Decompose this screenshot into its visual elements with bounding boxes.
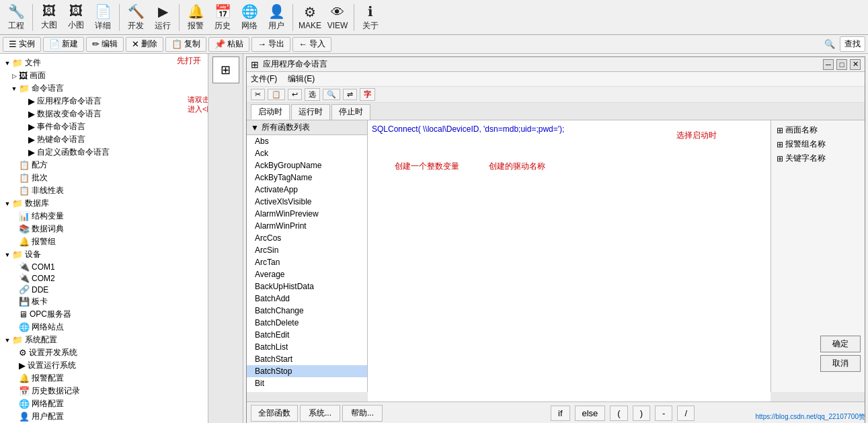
func-item-arccos[interactable]: ArcCos [247,232,367,244]
ed-btn-search[interactable]: 🔍 [323,89,340,100]
func-item-bit[interactable]: Bit [247,377,367,389]
func-item-batchstop[interactable]: BatchStop [247,365,367,377]
btn-all-funcs[interactable]: 全部函数 [251,405,298,422]
tree-item-app-cmd[interactable]: ▶ 应用程序命令语言 [0,95,208,108]
tree-item-device[interactable]: ▼ 📁 设备 [0,248,208,261]
toolbar-bigview[interactable]: 🖼 大图 [36,2,63,32]
props-item-screenname[interactable]: ⊞ 画面名称 [774,123,862,137]
toolbar-run[interactable]: ▶ 运行 [149,2,176,33]
toolbar-engineering[interactable]: 🔧 工程 [3,2,30,33]
tree-item-hist-data[interactable]: 📅 历史数据记录 [0,385,208,397]
tree-item-files[interactable]: ▼ 📁 文件 [0,56,208,69]
confirm-button[interactable]: 确定 [820,336,861,352]
expand-files[interactable]: ▼ [3,59,12,68]
menu-edit[interactable]: 编辑(E) [288,73,315,85]
tree-item-set-run[interactable]: ▶ 设置运行系统 [0,359,208,372]
tree-item-set-dev[interactable]: ⚙ 设置开发系统 [0,346,208,359]
btn-minus[interactable]: - [655,406,672,421]
btn-else[interactable]: else [575,406,606,421]
btn-help[interactable]: 帮助... [342,405,383,422]
tree-item-net-conf[interactable]: 🌐 网络配置 [0,397,208,410]
expand-sysconfig[interactable]: ▼ [3,336,12,345]
func-item-batchdelete[interactable]: BatchDelete [247,317,367,329]
tree-item-screen[interactable]: ▷ 🖼 画面 [0,69,208,82]
func-item-batchstart[interactable]: BatchStart [247,353,367,365]
toolbar-detail[interactable]: 📄 详细 [89,2,116,33]
tab-runtime[interactable]: 运行时 [291,104,330,120]
toolbar-history[interactable]: 📅 历史 [209,2,236,33]
btn-open-paren[interactable]: ( [610,406,627,421]
func-item-arctan[interactable]: ArcTan [247,256,367,268]
ed-btn-font[interactable]: 字 [360,88,375,101]
toolbar-about[interactable]: ℹ 关于 [357,2,384,33]
toolbar-user[interactable]: 👤 用户 [263,2,290,33]
tree-item-user-conf[interactable]: 👤 用户配置 [0,410,208,423]
tree-item-nonlinear[interactable]: 📋 非线性表 [0,184,208,197]
tree-item-event-cmd[interactable]: ▶ 事件命令语言 [0,120,208,133]
cancel-button[interactable]: 取消 [820,355,861,372]
func-item-activexlsvisible[interactable]: ActiveXlsVisible [247,196,367,208]
ed-btn-replace[interactable]: ⇌ [343,89,357,100]
func-item-abs[interactable]: Abs [247,135,367,147]
tree-item-sysconfig[interactable]: ▼ 📁 系统配置 [0,334,208,346]
btn-export[interactable]: → 导出 [251,37,290,52]
btn-copy[interactable]: 📋 复制 [165,37,206,52]
func-item-backuphistdata[interactable]: BackUpHistData [247,280,367,293]
btn-system[interactable]: 系统... [300,405,340,422]
func-item-ackbytagname[interactable]: AckByTagName [247,171,367,184]
toolbar-network[interactable]: 🌐 网络 [236,2,263,33]
func-item-batchchange[interactable]: BatchChange [247,305,367,317]
func-item-batchedit[interactable]: BatchEdit [247,329,367,341]
search-button[interactable]: 查找 [840,36,865,52]
props-item-alarmgroup[interactable]: ⊞ 报警组名称 [774,137,862,151]
func-list-scrollbar[interactable] [247,392,368,401]
ed-btn-cut[interactable]: ✂ [251,89,265,100]
ed-btn-copy[interactable]: 📋 [268,89,285,100]
toolbar-make[interactable]: ⚙ MAKE [296,3,324,32]
tree-item-struct-var[interactable]: 📊 结构变量 [0,210,208,223]
menu-file[interactable]: 文件(F) [251,73,277,85]
func-item-activateapp[interactable]: ActivateApp [247,184,367,196]
tree-item-netsite[interactable]: 🌐 网络站点 [0,321,208,334]
func-item-arcsin[interactable]: ArcSin [247,244,367,256]
tree-item-database[interactable]: ▼ 📁 数据库 [0,197,208,210]
win-maximize-btn[interactable]: □ [836,59,847,70]
win-minimize-btn[interactable]: ─ [823,59,834,70]
tree-item-board[interactable]: 💾 板卡 [0,295,208,308]
func-item-alarmwinpreview[interactable]: AlarmWinPreview [247,208,367,220]
func-list-collapse-icon[interactable]: ▼ [251,123,259,132]
expand-screen[interactable]: ▷ [9,71,19,81]
tree-item-data-cmd[interactable]: ▶ 数据改变命令语言 [0,108,208,120]
tree-item-data-dict[interactable]: 📚 数据词典 [0,223,208,235]
btn-close-paren[interactable]: ) [633,406,650,421]
win-close-btn[interactable]: ✕ [850,59,861,70]
tree-item-opc[interactable]: 🖥 OPC服务器 [0,308,208,321]
toolbar-alarm[interactable]: 🔔 报警 [182,2,209,33]
toolbar-view[interactable]: 👁 VIEW [324,3,351,32]
expand-database[interactable]: ▼ [3,199,12,208]
tree-item-dde[interactable]: 🔗 DDE [0,284,208,295]
btn-if[interactable]: if [551,406,570,421]
func-item-ackbygroupname[interactable]: AckByGroupName [247,159,367,171]
expand-cmdlang[interactable]: ▼ [9,84,19,93]
tab-startup[interactable]: 启动时 [251,104,290,120]
func-item-ack[interactable]: Ack [247,147,367,159]
btn-edit[interactable]: ✏ 编辑 [86,37,124,52]
func-item-alarmwinprint[interactable]: AlarmWinPrint [247,220,367,232]
btn-import[interactable]: ← 导入 [292,37,331,52]
tree-item-alarm-group[interactable]: 🔔 报警组 [0,235,208,248]
tree-item-hotkey-cmd[interactable]: ▶ 热键命令语言 [0,133,208,146]
tab-stoptime[interactable]: 停止时 [331,104,370,120]
code-pane[interactable]: SQLConnect( \\local\DeviceID, 'dsn=mdb;u… [368,120,771,401]
tree-item-batch[interactable]: 📋 批次 [0,171,208,184]
btn-example[interactable]: ☰ 实例 [3,37,41,52]
terminal-icon[interactable]: ⊞ [212,56,239,83]
func-item-batchlist[interactable]: BatchList [247,341,367,353]
expand-device[interactable]: ▼ [3,250,12,260]
tree-item-com2[interactable]: 🔌 COM2 [0,272,208,284]
func-item-average[interactable]: Average [247,268,367,280]
ed-btn-select[interactable]: 选 [305,88,320,101]
tree-item-com1[interactable]: 🔌 COM1 [0,261,208,272]
btn-paste[interactable]: 📌 粘贴 [208,37,249,52]
toolbar-smallview[interactable]: 🖼 小图 [63,2,89,32]
